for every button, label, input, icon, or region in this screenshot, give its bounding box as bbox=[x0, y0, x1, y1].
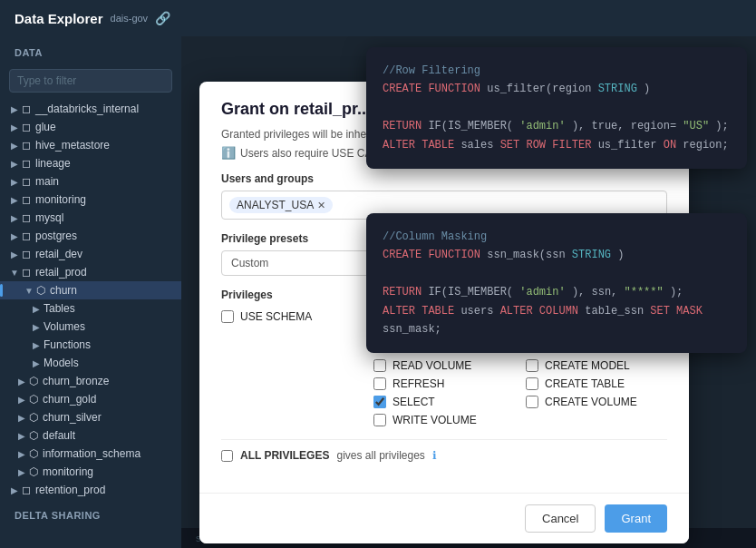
sidebar-item-mysql[interactable]: ▶ ◻ mysql bbox=[0, 209, 181, 227]
chevron-right-icon: ▶ bbox=[15, 413, 29, 423]
chevron-right-icon: ▶ bbox=[15, 395, 29, 405]
sidebar-label: main bbox=[35, 175, 174, 188]
schema-icon: ⬡ bbox=[29, 465, 38, 478]
cancel-button[interactable]: Cancel bbox=[525, 504, 596, 533]
sidebar-item-glue[interactable]: ▶ ◻ glue bbox=[0, 118, 181, 136]
sidebar-label: retention_prod bbox=[35, 484, 174, 496]
sidebar-label: churn bbox=[50, 284, 174, 297]
sidebar-filter-input[interactable] bbox=[9, 69, 172, 93]
sidebar-item-churn-bronze[interactable]: ▶ ⬡ churn_bronze bbox=[0, 372, 181, 390]
sidebar-item-churn-gold[interactable]: ▶ ⬡ churn_gold bbox=[0, 390, 181, 408]
sidebar-item-databricks-internal[interactable]: ▶ ◻ __databricks_internal bbox=[0, 100, 181, 118]
schema-icon: ◻ bbox=[22, 230, 31, 242]
sidebar-item-lineage[interactable]: ▶ ◻ lineage bbox=[0, 154, 181, 172]
catalog-icon: ◻ bbox=[22, 484, 31, 496]
schema-icon: ⬡ bbox=[36, 284, 45, 297]
preset-dropdown[interactable]: Custom ▾ bbox=[221, 250, 384, 276]
all-privileges-checkbox[interactable] bbox=[221, 450, 233, 462]
create-table-label: CREATE TABLE bbox=[545, 377, 625, 390]
sidebar-label: monitoring bbox=[35, 193, 174, 206]
chevron-right-icon: ▶ bbox=[7, 104, 22, 114]
priv-read-volume[interactable]: READ VOLUME bbox=[373, 359, 515, 372]
gives-all-info-icon: ℹ bbox=[432, 449, 437, 462]
select-label: SELECT bbox=[393, 396, 435, 408]
gives-all-text: gives all privileges bbox=[336, 449, 424, 462]
write-volume-checkbox[interactable] bbox=[373, 414, 386, 426]
sidebar-label: retail_prod bbox=[35, 266, 174, 279]
grant-button[interactable]: Grant bbox=[605, 504, 667, 533]
tag-remove-icon[interactable]: ✕ bbox=[317, 200, 325, 211]
sidebar-item-retail-dev[interactable]: ▶ ◻ retail_dev bbox=[0, 245, 181, 263]
sidebar-item-retention-prod[interactable]: ▶ ◻ retention_prod bbox=[0, 481, 181, 499]
sidebar-label: glue bbox=[35, 121, 174, 133]
write-volume-label: WRITE VOLUME bbox=[393, 414, 477, 426]
chevron-down-icon: ▼ bbox=[7, 268, 22, 278]
sidebar-item-churn[interactable]: ▼ ⬡ churn bbox=[0, 281, 181, 299]
code-line-1: CREATE FUNCTION us_filter(region STRING … bbox=[383, 80, 731, 98]
all-privileges-label: ALL PRIVILEGES bbox=[240, 449, 329, 462]
priv-create-model[interactable]: CREATE MODEL bbox=[526, 359, 667, 372]
priv-use-schema[interactable]: USE SCHEMA bbox=[221, 310, 363, 323]
analyst-usa-tag[interactable]: ANALYST_USA ✕ bbox=[229, 197, 333, 213]
create-table-checkbox[interactable] bbox=[526, 377, 538, 390]
read-volume-checkbox[interactable] bbox=[373, 359, 386, 372]
sidebar-item-monitoring[interactable]: ▶ ◻ monitoring bbox=[0, 191, 181, 209]
chevron-right-icon: ▶ bbox=[29, 304, 44, 314]
sidebar-item-retail-prod[interactable]: ▼ ◻ retail_prod bbox=[0, 263, 181, 281]
sidebar-label: churn_bronze bbox=[43, 375, 174, 387]
read-volume-label: READ VOLUME bbox=[393, 359, 471, 372]
sidebar-item-models[interactable]: ▶ Models bbox=[0, 354, 181, 372]
priv-write-volume[interactable]: WRITE VOLUME bbox=[373, 414, 515, 426]
schema-icon: ⬡ bbox=[29, 447, 38, 460]
users-groups-label: Users and groups bbox=[221, 172, 667, 185]
refresh-checkbox[interactable] bbox=[373, 377, 386, 390]
code-line-2: RETURN IF(IS_MEMBER( 'admin' ), true, re… bbox=[383, 117, 731, 135]
column-masking-popup: //Column Masking CREATE FUNCTION ssn_mas… bbox=[366, 213, 747, 353]
chevron-right-icon: ▶ bbox=[15, 467, 29, 477]
sidebar-label: monitoring bbox=[43, 465, 174, 478]
priv-select[interactable]: SELECT bbox=[373, 396, 515, 408]
sidebar-filter[interactable] bbox=[9, 69, 172, 93]
app-badge: dais-gov bbox=[111, 13, 149, 24]
priv-create-table[interactable]: CREATE TABLE bbox=[526, 377, 667, 390]
sidebar-item-default[interactable]: ▶ ⬡ default bbox=[0, 426, 181, 445]
sidebar-item-tables[interactable]: ▶ Tables bbox=[0, 299, 181, 318]
use-schema-checkbox[interactable] bbox=[221, 310, 234, 323]
link-icon[interactable]: 🔗 bbox=[155, 11, 170, 25]
sidebar-item-churn-silver[interactable]: ▶ ⬡ churn_silver bbox=[0, 408, 181, 426]
priv-create-volume[interactable]: CREATE VOLUME bbox=[526, 396, 667, 408]
sidebar-label: postgres bbox=[35, 230, 174, 242]
schema-icon: ⬡ bbox=[29, 393, 38, 406]
sidebar-item-information-schema[interactable]: ▶ ⬡ information_schema bbox=[0, 445, 181, 463]
schema-icon: ◻ bbox=[22, 121, 31, 133]
schema-icon: ⬡ bbox=[29, 411, 38, 424]
create-model-checkbox[interactable] bbox=[526, 359, 538, 372]
sidebar-item-postgres[interactable]: ▶ ◻ postgres bbox=[0, 227, 181, 245]
sidebar-item-hive-metastore[interactable]: ▶ ◻ hive_metastore bbox=[0, 136, 181, 154]
app-container: Data Explorer dais-gov 🔗 Data ▶ ◻ __data… bbox=[0, 0, 756, 548]
sidebar-item-functions[interactable]: ▶ Functions bbox=[0, 336, 181, 354]
sidebar-label: hive_metastore bbox=[35, 139, 174, 152]
chevron-right-icon: ▶ bbox=[7, 485, 22, 495]
main-content: Grant on retail_pr... Granted privileges… bbox=[181, 36, 756, 548]
sidebar-label: mysql bbox=[35, 211, 174, 224]
sidebar-item-volumes[interactable]: ▶ Volumes bbox=[0, 318, 181, 336]
sidebar-label: retail_dev bbox=[35, 248, 174, 260]
schema-icon: ◻ bbox=[22, 175, 31, 188]
tag-label: ANALYST_USA bbox=[237, 199, 314, 211]
chevron-right-icon: ▶ bbox=[7, 122, 22, 132]
sidebar-item-main[interactable]: ▶ ◻ main bbox=[0, 172, 181, 191]
priv-refresh[interactable]: REFRESH bbox=[373, 377, 515, 390]
sidebar-label: Models bbox=[44, 357, 174, 369]
schema-icon: ◻ bbox=[22, 139, 31, 152]
schema-icon: ◻ bbox=[22, 248, 31, 260]
chevron-right-icon: ▶ bbox=[15, 431, 29, 441]
select-checkbox[interactable] bbox=[373, 396, 386, 408]
sidebar-item-monitoring2[interactable]: ▶ ⬡ monitoring bbox=[0, 463, 181, 481]
sidebar-label: information_schema bbox=[43, 447, 174, 460]
sidebar-label: lineage bbox=[35, 157, 174, 170]
chevron-right-icon: ▶ bbox=[7, 177, 22, 187]
create-volume-checkbox[interactable] bbox=[526, 396, 538, 408]
chevron-right-icon: ▶ bbox=[29, 358, 44, 368]
create-volume-label: CREATE VOLUME bbox=[545, 396, 637, 408]
